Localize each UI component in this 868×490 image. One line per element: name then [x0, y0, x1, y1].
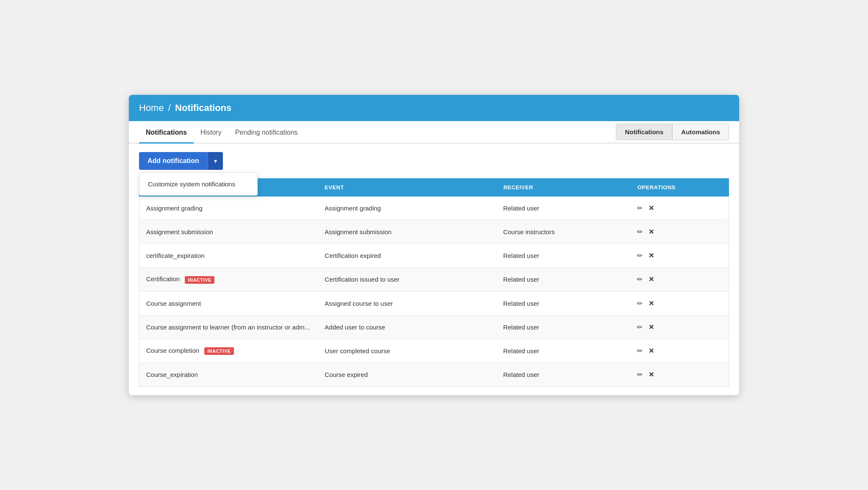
row-receiver: Related user: [503, 300, 637, 307]
table-row: Course assignment to learner (from an in…: [139, 316, 729, 339]
notifications-table: NAME ▲ EVENT RECEIVER OPERATIONS Assignm…: [139, 178, 729, 386]
row-receiver: Course instructors: [503, 228, 637, 235]
delete-icon[interactable]: ✕: [648, 228, 654, 236]
main-window: Home / Notifications Notifications Histo…: [129, 95, 739, 395]
delete-icon[interactable]: ✕: [648, 275, 654, 283]
row-operations: ✏ ✕: [637, 204, 722, 212]
right-tab-notifications[interactable]: Notifications: [616, 124, 672, 140]
row-operations: ✏ ✕: [637, 228, 722, 236]
row-name: certificate_expiration: [146, 252, 325, 259]
row-event: Certification issued to user: [325, 276, 503, 283]
delete-icon[interactable]: ✕: [648, 371, 654, 379]
tab-notifications[interactable]: Notifications: [139, 121, 194, 144]
edit-icon[interactable]: ✏: [637, 323, 643, 331]
row-name: Course assignment: [146, 300, 325, 307]
page-header: Home / Notifications: [129, 95, 739, 121]
tabs-right: Notifications Automations: [616, 124, 729, 140]
delete-icon[interactable]: ✕: [648, 323, 654, 331]
breadcrumb-current: Notifications: [175, 102, 231, 113]
delete-icon[interactable]: ✕: [648, 252, 654, 260]
delete-icon[interactable]: ✕: [648, 299, 654, 307]
row-receiver: Related user: [503, 324, 637, 331]
status-badge: INACTIVE: [204, 347, 234, 355]
row-event: Assignment submission: [325, 228, 503, 235]
row-name: Course_expiration: [146, 371, 325, 378]
row-name: Assignment submission: [146, 228, 325, 235]
row-receiver: Related user: [503, 276, 637, 283]
row-event: Course expired: [325, 371, 503, 378]
delete-icon[interactable]: ✕: [648, 347, 654, 355]
row-operations: ✏ ✕: [637, 323, 722, 331]
table-row: Certification INACTIVE Certification iss…: [139, 268, 729, 291]
edit-icon[interactable]: ✏: [637, 275, 643, 283]
edit-icon[interactable]: ✏: [637, 299, 643, 307]
tabs-left: Notifications History Pending notificati…: [139, 121, 304, 143]
row-event: Added user to course: [325, 324, 503, 331]
row-name: Certification INACTIVE: [146, 275, 325, 283]
row-receiver: Related user: [503, 347, 637, 354]
table-body: Assignment grading Assignment grading Re…: [139, 197, 729, 386]
row-operations: ✏ ✕: [637, 252, 722, 260]
edit-icon[interactable]: ✏: [637, 371, 643, 379]
row-receiver: Related user: [503, 205, 637, 212]
col-header-receiver: RECEIVER: [504, 184, 637, 191]
row-operations: ✏ ✕: [637, 347, 722, 355]
add-notification-button[interactable]: Add notification: [139, 152, 208, 170]
table-row: Course completion INACTIVE User complete…: [139, 339, 729, 363]
row-event: Assignment grading: [325, 205, 503, 212]
row-operations: ✏ ✕: [637, 371, 722, 379]
table-row: Course assignment Assigned course to use…: [139, 292, 729, 316]
tabs-bar: Notifications History Pending notificati…: [129, 121, 739, 144]
status-badge: INACTIVE: [185, 276, 214, 284]
table-row: Course_expiration Course expired Related…: [139, 363, 729, 386]
row-operations: ✏ ✕: [637, 299, 722, 307]
col-header-event: EVENT: [325, 184, 504, 191]
table-row: Assignment submission Assignment submiss…: [139, 220, 729, 244]
content-area: Add notification ▾ Customize system noti…: [129, 144, 739, 395]
delete-icon[interactable]: ✕: [648, 204, 654, 212]
caret-down-icon: ▾: [214, 158, 217, 164]
col-header-operations: OPERATIONS: [637, 184, 722, 191]
add-notification-dropdown: Customize system notifications: [139, 172, 258, 196]
add-notification-wrapper: Add notification ▾ Customize system noti…: [139, 152, 223, 170]
row-operations: ✏ ✕: [637, 275, 722, 283]
add-notification-caret[interactable]: ▾: [208, 152, 223, 170]
table-row: certificate_expiration Certification exp…: [139, 244, 729, 268]
right-tab-automations[interactable]: Automations: [672, 124, 729, 140]
table-row: Assignment grading Assignment grading Re…: [139, 197, 729, 220]
row-event: User completed course: [325, 347, 503, 354]
customize-notifications-item[interactable]: Customize system notifications: [139, 175, 257, 193]
row-name: Assignment grading: [146, 205, 325, 212]
tab-history[interactable]: History: [194, 121, 228, 144]
edit-icon[interactable]: ✏: [637, 228, 643, 236]
row-name: Course completion INACTIVE: [146, 347, 325, 355]
row-receiver: Related user: [503, 252, 637, 259]
breadcrumb-home[interactable]: Home: [139, 102, 164, 113]
edit-icon[interactable]: ✏: [637, 252, 643, 260]
edit-icon[interactable]: ✏: [637, 204, 643, 212]
edit-icon[interactable]: ✏: [637, 347, 643, 355]
row-name: Course assignment to learner (from an in…: [146, 324, 325, 331]
row-receiver: Related user: [503, 371, 637, 378]
tab-pending[interactable]: Pending notifications: [228, 121, 305, 144]
row-event: Assigned course to user: [325, 300, 503, 307]
breadcrumb-separator: /: [168, 102, 171, 113]
breadcrumb: Home / Notifications: [139, 102, 729, 114]
row-event: Certification expired: [325, 252, 503, 259]
